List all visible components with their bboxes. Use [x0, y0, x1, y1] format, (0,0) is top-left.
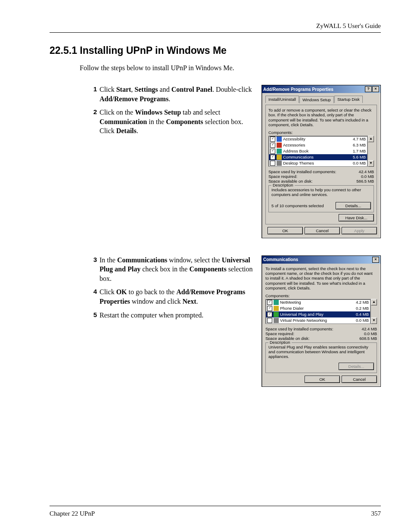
component-name: Communications	[283, 155, 352, 159]
have-disk-button[interactable]: Have Disk...	[339, 214, 374, 221]
t: Control Panel	[171, 86, 212, 93]
components-listbox[interactable]: NetMeeting4.2 MB Phone Dialer0.2 MB Univ…	[265, 299, 371, 324]
instructions-text: To add or remove a component, select or …	[268, 108, 374, 128]
close-button[interactable]: ×	[372, 86, 379, 92]
description-text: Universal Plug and Play enables seamless…	[268, 345, 374, 359]
dialog-title: Add/Remove Programs Properties	[263, 87, 364, 92]
section-intro: Follow the steps below to install UPnP i…	[80, 64, 381, 72]
ok-button[interactable]: OK	[268, 227, 303, 234]
component-size: 6.3 MB	[353, 143, 366, 147]
components-listbox[interactable]: Accessibility4.7 MB Accessories6.3 MB Ad…	[268, 136, 367, 167]
component-icon	[277, 149, 282, 154]
screenshot-dialog-1: Add/Remove Programs Properties ? × Insta…	[262, 85, 381, 238]
component-icon	[277, 155, 282, 160]
space-stats: Space used by installed components:42.4 …	[265, 327, 377, 341]
list-item[interactable]: Address Book1.7 MB	[269, 148, 367, 154]
header-divider	[50, 32, 381, 33]
content-row-1: 1 Click Start, Settings and Control Pane…	[50, 85, 381, 238]
cancel-button[interactable]: Cancel	[342, 376, 377, 383]
close-button[interactable]: ×	[372, 257, 379, 263]
component-size: 4.7 MB	[353, 137, 366, 141]
dialog-button-row: OK Cancel	[265, 376, 377, 383]
component-size: 1.7 MB	[353, 149, 366, 153]
tab-panel: To add or remove a component, select or …	[265, 105, 377, 224]
list-item[interactable]: NetMeeting4.2 MB	[266, 299, 370, 305]
communications-dialog: Communications × To install a component,…	[262, 255, 381, 387]
dialog-titlebar: Communications ×	[262, 256, 380, 264]
t: .	[168, 95, 170, 103]
component-name: Address Book	[283, 149, 352, 153]
help-button[interactable]: ?	[365, 86, 372, 92]
list-item[interactable]: Accessories6.3 MB	[269, 142, 367, 148]
t: in the	[147, 118, 166, 125]
checkbox-icon[interactable]	[267, 312, 272, 317]
checkbox-icon[interactable]	[270, 149, 275, 154]
scroll-up-icon[interactable]: ▲	[371, 299, 377, 305]
footer-chapter: Chapter 22 UPnP	[50, 510, 95, 517]
list-item[interactable]: Communications5.6 MB	[269, 154, 367, 160]
checkbox-icon[interactable]	[267, 306, 272, 311]
component-name: Universal Plug and Play	[280, 312, 355, 317]
checkbox-icon[interactable]	[270, 137, 275, 142]
scrollbar[interactable]: ▲ ▼	[367, 136, 374, 167]
component-icon	[277, 161, 282, 166]
ok-button[interactable]: OK	[305, 376, 340, 383]
stat-value: 42.4 MB	[359, 169, 374, 174]
component-name: NetMeeting	[280, 300, 355, 305]
footer-page-number: 357	[371, 510, 381, 517]
t: Components	[166, 118, 203, 125]
dialog-tabs: Install/Uninstall Windows Setup Startup …	[265, 96, 377, 103]
component-icon	[274, 306, 279, 311]
stat-value: 608.5 MB	[359, 336, 377, 341]
stat-value: 0.0 MB	[361, 174, 374, 179]
step-3: 3 In the Communications window, select t…	[89, 255, 253, 283]
checkbox-icon[interactable]	[267, 300, 272, 305]
t: tab and select	[181, 109, 220, 116]
step-2: 2 Click on the Windows Setup tab and sel…	[89, 108, 253, 136]
t: Communications	[117, 256, 167, 264]
scroll-up-icon[interactable]: ▲	[368, 136, 374, 142]
component-icon	[274, 300, 279, 305]
step-text: Click on the Windows Setup tab and selec…	[100, 108, 253, 136]
step-text: Restart the computer when prompted.	[100, 311, 253, 320]
footer-divider	[50, 506, 381, 506]
step-4: 4 Click OK to go back to the Add/Remove …	[89, 287, 253, 306]
instructions-text: To install a component, select the check…	[265, 266, 377, 291]
list-item[interactable]: Virtual Private Networking0.0 MB	[266, 317, 370, 324]
tab-startup-disk[interactable]: Startup Disk	[334, 96, 363, 103]
steps-column-a: 1 Click Start, Settings and Control Pane…	[50, 85, 253, 238]
checkbox-icon[interactable]	[270, 143, 275, 148]
details-button: Details...	[339, 363, 374, 370]
list-item[interactable]: Phone Dialer0.2 MB	[266, 305, 370, 311]
apply-button[interactable]: Apply	[342, 227, 377, 234]
t: Settings	[134, 86, 158, 93]
list-item[interactable]: Universal Plug and Play0.4 MB	[266, 311, 370, 317]
t: window and click	[130, 298, 183, 305]
t: Click	[100, 288, 116, 296]
t: Add/Remove Programs	[100, 95, 168, 103]
checkbox-icon[interactable]	[270, 155, 275, 160]
checkbox-icon[interactable]	[267, 318, 272, 323]
list-item[interactable]: Accessibility4.7 MB	[269, 136, 367, 142]
selection-count: 5 of 10 components selected	[271, 203, 324, 208]
step-number: 1	[89, 85, 97, 103]
component-size: 0.0 MB	[353, 161, 366, 165]
steps-column-b: 3 In the Communications window, select t…	[50, 255, 253, 387]
scroll-down-icon[interactable]: ▼	[371, 317, 377, 324]
step-text: Click Start, Settings and Control Panel.…	[100, 85, 253, 103]
stat-label: Space required:	[268, 174, 297, 179]
tab-windows-setup[interactable]: Windows Setup	[299, 96, 334, 103]
checkbox-icon[interactable]	[270, 161, 275, 166]
stat-label: Space used by installed components:	[265, 327, 333, 331]
list-item[interactable]: Desktop Themes0.0 MB	[269, 160, 367, 166]
scrollbar[interactable]: ▲ ▼	[371, 299, 377, 324]
scroll-down-icon[interactable]: ▼	[368, 160, 374, 167]
cancel-button[interactable]: Cancel	[305, 227, 340, 234]
t: window, select the	[167, 256, 221, 264]
t: OK	[116, 288, 127, 296]
details-button[interactable]: Details...	[336, 202, 371, 209]
section-heading: 22.5.1 Installing UPnP in Windows Me	[50, 45, 381, 56]
step-5: 5 Restart the computer when prompted.	[89, 311, 253, 320]
tab-install-uninstall[interactable]: Install/Uninstall	[265, 96, 299, 103]
description-text: Includes accessories to help you connect…	[271, 187, 371, 199]
